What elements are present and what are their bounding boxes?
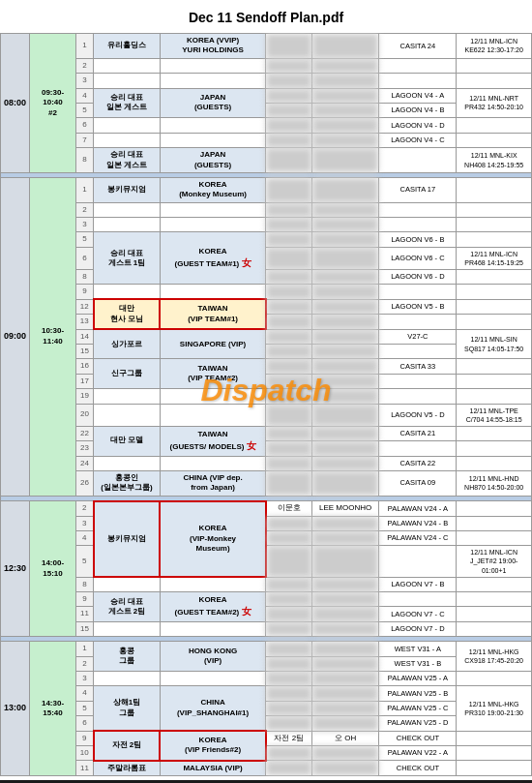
table-row: 2 ██████ ██████	[1, 202, 532, 217]
table-row: 13:00 14:30-15:40 1 홍콩그룹 HONG KONG(VIP) …	[1, 642, 532, 656]
table-row: 3 ██████ ██████	[1, 218, 532, 232]
table-row: 08:00 09:30-10:40#2 1 유리홀딩스 KOREA (VVIP)…	[1, 34, 532, 59]
table-row: 3 ██████ ██████ PALAWAN V25 - A	[1, 672, 532, 686]
table-row: 23 ██████ ██████	[1, 441, 532, 456]
table-row: 3 ██████ ██████ PALAWAN V24 - B	[1, 516, 532, 530]
table-row: 5 ██████ ██████ 12/11 MNL-ICNJ_JET#2 19:…	[1, 546, 532, 577]
table-row: 4 승리 대표일본 게스트 JAPAN(GUESTS) ██████ █████…	[1, 88, 532, 103]
table-row: 5 ██████ ██████ PALAWAN V25 - C	[1, 701, 532, 715]
table-row: 11 주말라롬표 MALAYSIA (VIP) ██████ ██████ CH…	[1, 761, 532, 776]
table-row: 3 ██████ ██████	[1, 74, 532, 88]
table-row: 9 자전 2팀 KOREA(VIP Friends#2) 자전 2팀 오 OH …	[1, 731, 532, 745]
table-row: 09:00 10:30-11:40 1 봉키뮤지엄 KOREA(Monkey M…	[1, 177, 532, 202]
table-row: 24 ██████ ██████ CASITA 22	[1, 456, 532, 470]
table-row: 19 ██████ ██████	[1, 389, 532, 404]
table-row: 6 ██████ ██████ LAGOON V6 - C 12/11 MNL-…	[1, 247, 532, 269]
table-row: 4 ██████ ██████ PALAWAN V24 - C	[1, 530, 532, 545]
table-row: 13 ██████ ██████	[1, 315, 532, 329]
table-row: 6 ██████ ██████ PALAWAN V25 - D	[1, 716, 532, 731]
table-row: 15 ██████ ██████	[1, 345, 532, 359]
table-row: 9 ██████ ██████	[1, 285, 532, 299]
time-label-0800: 08:00	[1, 34, 30, 173]
table-row: 15 ██████ ██████ LAGOON V7 - D	[1, 621, 532, 636]
table-row: 12 대만현사 모님 TAIWAN(VIP TEAM#1) ██████ ███…	[1, 299, 532, 314]
table-row: 5 ██████ ██████ LAGOON V4 - B	[1, 103, 532, 117]
table-row: 8 ██████ ██████ LAGOON V7 - B	[1, 577, 532, 591]
table-row: 12:30 14:00-15:10 2 봉키뮤지엄 KOREA(VIP-Monk…	[1, 501, 532, 516]
table-row: 6 ██████ ██████ LAGOON V4 - D	[1, 118, 532, 133]
page-wrapper: Dec 11 Sendoff Plan.pdf 08:00 09:30-10:4…	[0, 0, 532, 783]
table-row: 20 ██████ ██████ LAGOON V5 - D 12/11 MNL…	[1, 404, 532, 426]
table-row: 16 신구그룹 TAIWAN(VIP TEAM#2) ██████ ██████…	[1, 359, 532, 374]
table-row: 2 ██████ ██████ WEST V31 - B	[1, 656, 532, 671]
table-row: 8 ██████ ██████ LAGOON V6 - D	[1, 270, 532, 285]
table-row: 10 ██████ ██████ PALAWAN V22 - A	[1, 745, 532, 760]
table-row: 26 홍콩인(일본본부그룹) CHINA (VIP dep.from Japan…	[1, 470, 532, 496]
table-row: 5 승리 대표게스트 1팀 KOREA(GUEST TEAM#1) 女 ████…	[1, 232, 532, 247]
table-row: 9 승리 대표게스트 2팀 KOREA(GUEST TEAM#2) 女 ████…	[1, 592, 532, 607]
schedule-table: 08:00 09:30-10:40#2 1 유리홀딩스 KOREA (VVIP)…	[0, 33, 532, 776]
table-row: 11 ██████ ██████ LAGOON V7 - C	[1, 607, 532, 621]
table-row: 4 상해1팀그룹 CHINA(VIP_SHANGHAI#1) ██████ ██…	[1, 686, 532, 701]
table-row: 17 ██████ ██████	[1, 374, 532, 388]
table-row: 7 ██████ ██████ LAGOON V4 - C	[1, 133, 532, 147]
table-row: 22 대만 모델 TAIWAN(GUESTS/ MODELS) 女 ██████…	[1, 426, 532, 440]
table-row: 8 승리 대표일본 게스트 JAPAN(GUESTS) ██████ █████…	[1, 148, 532, 173]
table-row: 2 ██████ ██████	[1, 58, 532, 73]
page-title: Dec 11 Sendoff Plan.pdf	[0, 0, 532, 33]
table-row: 14 싱가포르 SINGAPORE (VIP) ██████ ██████ V2…	[1, 329, 532, 344]
